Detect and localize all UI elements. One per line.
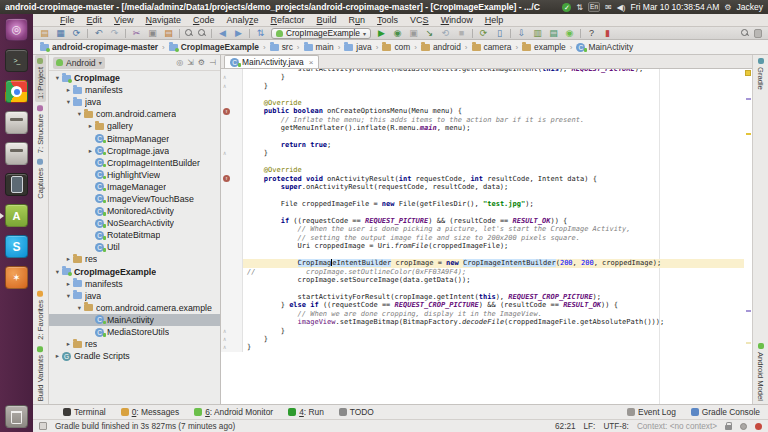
tree-item-mediastoreutils[interactable]: CMediaStoreUtils (49, 326, 220, 338)
open-icon[interactable]: ▤ (39, 28, 50, 39)
forward-icon[interactable]: ▶ (233, 28, 244, 39)
code-line[interactable]: if ((requestCode == REQUEST_PICTURE) && … (221, 217, 744, 225)
menu-file[interactable]: File (60, 15, 75, 25)
write-access-lock-icon[interactable] (725, 425, 732, 430)
gradle-sync-icon[interactable]: ⟳ (478, 28, 489, 39)
tree-item-gradle-scripts[interactable]: ▸GGradle Scripts (49, 350, 220, 362)
phone-icon[interactable] (5, 173, 28, 196)
run-icon[interactable]: ▶ (376, 28, 387, 39)
skype-icon[interactable] (5, 235, 28, 258)
tool-stripe-captures[interactable]: Captures (35, 156, 46, 202)
network-icon[interactable]: ⇅ (576, 3, 583, 12)
code-line[interactable]: // When the user is done picking a pictu… (221, 225, 744, 233)
locate-icon[interactable]: ◎ (176, 58, 183, 67)
redo-icon[interactable]: ↷ (109, 28, 120, 39)
code-line[interactable]: ∧ } (221, 73, 744, 81)
menu-help[interactable]: Help (485, 15, 504, 25)
attach-debugger-icon[interactable]: ↘ (424, 28, 435, 39)
android-monitor-icon[interactable]: ◉ (564, 28, 575, 39)
menu-vcs[interactable]: VCS (410, 15, 429, 25)
android-studio-icon[interactable] (5, 204, 28, 227)
code-line[interactable] (221, 192, 744, 200)
code-line[interactable]: // cropImage.setOutlineColor(0xFF03A9F4)… (221, 268, 744, 276)
ubuntu-dash-icon[interactable] (5, 18, 28, 41)
fold-marker-icon[interactable]: ∧ (223, 82, 226, 90)
tree-item-gallery[interactable]: ▸gallery (49, 120, 220, 132)
close-tab-icon[interactable]: × (309, 58, 314, 67)
synchronize-icon[interactable]: ⟳ (71, 28, 82, 39)
breadcrumb-android[interactable]: android (420, 42, 462, 52)
fold-marker-icon[interactable]: ∧ (223, 335, 226, 343)
tree-chevron-icon[interactable]: ▸ (64, 340, 73, 348)
copy-icon[interactable]: ▣ (147, 28, 158, 39)
code-line[interactable]: super.onActivityResult(requestCode, resu… (221, 183, 744, 191)
find-icon[interactable] (185, 29, 193, 37)
tree-chevron-icon[interactable]: ▸ (64, 280, 73, 288)
code-line[interactable]: startActivityForResult(cropImage.getInte… (221, 293, 744, 301)
collapse-all-icon[interactable]: ⇲ (187, 58, 194, 67)
tree-item-cropimage[interactable]: ▾CropImage (49, 72, 220, 84)
volume-icon[interactable]: ◀) (617, 3, 626, 12)
hector-inspector-icon[interactable] (740, 423, 747, 430)
tree-item-cropimageexample[interactable]: ▾CropImageExample (49, 266, 220, 278)
theme-editor-icon[interactable]: ▥ (532, 28, 543, 39)
avd-manager-icon[interactable]: ▯ (494, 28, 505, 39)
code-line[interactable]: // setting the output image file and siz… (221, 234, 744, 242)
sdk-manager-icon[interactable]: ⇩ (516, 28, 527, 39)
breadcrumb-src[interactable]: src (269, 42, 294, 52)
code-line[interactable] (221, 284, 744, 292)
fold-marker-icon[interactable]: ∧ (223, 149, 226, 157)
tool-stripe-gradle[interactable]: Gradle (755, 55, 766, 93)
tool-stripe--structure[interactable]: 7: Structure (35, 102, 46, 156)
menu-window[interactable]: Window (441, 15, 473, 25)
tree-chevron-icon[interactable]: ▸ (86, 122, 95, 130)
chrome-icon[interactable] (5, 80, 28, 103)
line-ending-indicator[interactable]: LF: (584, 422, 596, 431)
tree-item-bitmapmanager[interactable]: CBitmapManager (49, 132, 220, 144)
replace-icon[interactable] (198, 29, 206, 37)
project-view-selector[interactable]: Android ▾ (53, 57, 105, 69)
code-line[interactable] (221, 251, 744, 259)
fold-marker-icon[interactable]: ∧ (223, 327, 226, 335)
breadcrumb-camera[interactable]: camera (471, 42, 513, 52)
caret-line[interactable]: CropImageIntentBuilder cropImage = new C… (221, 259, 744, 267)
debug-icon[interactable]: ◉ (392, 28, 403, 39)
compare-icon[interactable]: ⇅ (255, 28, 266, 39)
breadcrumb-com[interactable]: com (381, 42, 411, 52)
tree-item-imageviewtouchbase[interactable]: CImageViewTouchBase (49, 193, 220, 205)
code-line[interactable] (221, 208, 744, 216)
disk-icon[interactable] (5, 111, 28, 134)
breadcrumb-android-cropimage-master[interactable]: android-cropimage-master (39, 42, 159, 52)
tree-item-com-android-camera[interactable]: ▾com.android.camera (49, 108, 220, 120)
trash-icon[interactable] (5, 405, 28, 428)
tree-item-monitoredactivity[interactable]: CMonitoredActivity (49, 205, 220, 217)
tree-item-rotatebitmap[interactable]: CRotateBitmap (49, 229, 220, 241)
tree-item-imagemanager[interactable]: CImageManager (49, 181, 220, 193)
bottom-tab-6-android-monitor[interactable]: 6: Android Monitor (194, 407, 273, 417)
menu-build[interactable]: Build (317, 15, 337, 25)
terminal-icon[interactable] (5, 49, 28, 72)
firebase-icon[interactable]: ▮ (602, 28, 613, 39)
code-line[interactable]: @Override (221, 99, 744, 107)
tool-stripe--favorites[interactable]: 2: Favorites (35, 288, 46, 343)
fold-marker-icon[interactable]: ∧ (223, 343, 226, 351)
tree-item-cropimageintentbuilder[interactable]: CCropImageIntentBuilder (49, 157, 220, 169)
hide-panel-icon[interactable]: ⊣ (209, 58, 216, 67)
tree-item-manifests[interactable]: ▸manifests (49, 278, 220, 290)
tree-item-manifests[interactable]: ▸manifests (49, 84, 220, 96)
tree-item-res[interactable]: ▸res (49, 253, 220, 265)
menu-analyze[interactable]: Analyze (226, 15, 258, 25)
code-line[interactable]: return true; (221, 141, 744, 149)
inspection-status-icon[interactable] (745, 70, 751, 76)
code-line[interactable]: // Inflate the menu; this adds items to … (221, 116, 744, 124)
context-indicator[interactable]: Context: <no context> (637, 422, 717, 431)
code-line[interactable]: ∧} (221, 343, 744, 351)
keyboard-layout-indicator[interactable]: En (588, 2, 600, 12)
settings-gear-icon[interactable]: ⚙ (198, 58, 205, 67)
code-line[interactable] (221, 158, 744, 166)
menu-navigate[interactable]: Navigate (145, 15, 181, 25)
tree-item-util[interactable]: CUtil (49, 241, 220, 253)
device-monitor-icon[interactable]: ▤ (548, 28, 559, 39)
breadcrumb-mainactivity[interactable]: CMainActivity (575, 42, 634, 52)
tree-chevron-icon[interactable]: ▾ (64, 98, 73, 106)
